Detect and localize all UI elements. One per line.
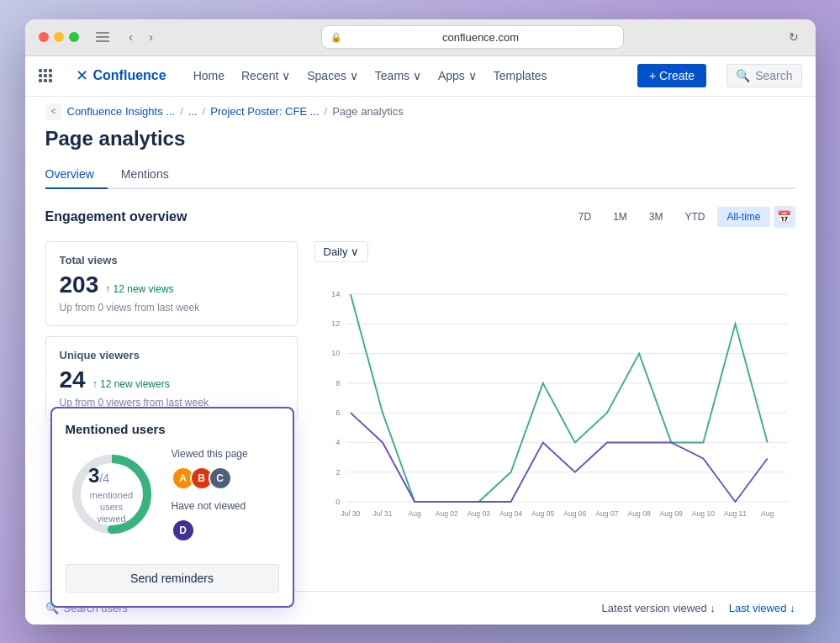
search-box[interactable]: 🔍 Search <box>726 64 801 87</box>
breadcrumb-sep-3: / <box>325 105 328 118</box>
sidebar-toggle-icon[interactable] <box>96 32 109 42</box>
address-text: confluence.com <box>347 31 615 44</box>
nav-arrows: ‹ › <box>123 29 160 45</box>
total-views-card: Total views 203 ↑ 12 new views Up from 0… <box>45 241 298 326</box>
breadcrumb-project-poster[interactable]: Project Poster: CFE ... <box>210 105 319 118</box>
browser-window: ‹ › 🔒 confluence.com ↻ ✕ Confluence Home… <box>25 19 816 625</box>
breadcrumb-sep-1: / <box>180 105 183 118</box>
back-button[interactable]: ‹ <box>123 29 140 45</box>
nav-teams[interactable]: Teams ∨ <box>368 66 428 86</box>
chevron-down-icon: ∨ <box>351 245 359 258</box>
search-icon: 🔍 <box>736 69 750 82</box>
main-area: Page analytics Overview Mentions Engagem… <box>25 127 816 625</box>
unique-viewers-label: Unique viewers <box>60 349 283 361</box>
svg-text:Aug 03: Aug 03 <box>467 509 489 518</box>
mentioned-users-card: Mentioned users <box>50 407 294 608</box>
lock-icon: 🔒 <box>330 32 342 43</box>
unique-viewers-change: ↑ 12 new viewers <box>92 378 170 390</box>
section-title: Engagement overview <box>45 209 188 224</box>
donut-denom: /4 <box>99 471 109 484</box>
svg-text:8: 8 <box>335 377 340 387</box>
svg-text:Aug 09: Aug 09 <box>659 509 682 518</box>
filter-7d[interactable]: 7D <box>569 207 600 227</box>
apps-grid-icon[interactable] <box>39 69 52 82</box>
calendar-icon[interactable]: 📅 <box>774 206 795 228</box>
chart-interval-selector[interactable]: Daily ∨ <box>314 241 369 262</box>
breadcrumb-confluence-insights[interactable]: Confluence Insights ... <box>67 105 176 118</box>
svg-text:Aug 08: Aug 08 <box>627 509 650 518</box>
svg-text:Aug 11: Aug 11 <box>723 509 746 518</box>
sort-options: Latest version viewed ↓ Last viewed ↓ <box>602 602 795 614</box>
total-views-subtext: Up from 0 views from last week <box>60 302 283 314</box>
total-views-label: Total views <box>60 254 283 266</box>
send-reminders-button[interactable]: Send reminders <box>66 564 279 593</box>
svg-text:12: 12 <box>330 319 340 328</box>
svg-text:14: 14 <box>330 288 340 298</box>
mentioned-users-title: Mentioned users <box>66 422 279 436</box>
svg-text:10: 10 <box>330 348 340 357</box>
total-views-value: 203 ↑ 12 new views <box>60 271 283 298</box>
donut-number: 3 /4 <box>88 463 135 487</box>
mentioned-users-body: 3 /4 mentionedusers viewed Viewed this p… <box>66 448 279 552</box>
svg-text:6: 6 <box>335 408 340 417</box>
breadcrumb-collapse-button[interactable]: < <box>45 103 62 120</box>
filter-1m[interactable]: 1M <box>604 207 637 227</box>
traffic-lights <box>39 32 79 42</box>
address-bar[interactable]: 🔒 confluence.com <box>321 25 624 49</box>
not-viewed-label: Have not viewed <box>172 500 279 512</box>
minimize-button[interactable] <box>54 32 64 42</box>
line-chart: 14 12 10 8 6 4 2 0 <box>314 272 795 524</box>
filter-3m[interactable]: 3M <box>640 207 673 227</box>
forward-button[interactable]: › <box>143 29 160 45</box>
breadcrumb-current: Page analytics <box>332 105 404 118</box>
close-button[interactable] <box>39 32 49 42</box>
breadcrumb: < Confluence Insights ... / ... / Projec… <box>25 97 816 127</box>
svg-text:Aug 02: Aug 02 <box>435 509 457 518</box>
svg-text:Aug 06: Aug 06 <box>563 509 586 518</box>
svg-text:Jul 31: Jul 31 <box>372 509 392 518</box>
right-panel: Daily ∨ <box>314 241 795 625</box>
viewer-info: Viewed this page A B C Have not viewed D <box>172 448 279 552</box>
tab-overview[interactable]: Overview <box>45 161 108 187</box>
time-filters: 7D 1M 3M YTD All-time 📅 <box>569 206 795 228</box>
chart-area: 14 12 10 8 6 4 2 0 <box>314 272 795 541</box>
filter-alltime[interactable]: All-time <box>717 207 769 227</box>
confluence-logo[interactable]: ✕ Confluence <box>76 66 166 85</box>
svg-text:0: 0 <box>335 496 340 505</box>
nav-templates[interactable]: Templates <box>487 66 554 86</box>
chart-header: Daily ∨ <box>314 241 795 262</box>
donut-chart: 3 /4 mentionedusers viewed <box>66 448 158 540</box>
nav-apps[interactable]: Apps ∨ <box>431 66 483 86</box>
nav-home[interactable]: Home <box>187 66 231 86</box>
viewed-label: Viewed this page <box>172 448 279 460</box>
total-views-change: ↑ 12 new views <box>105 283 173 295</box>
svg-text:Aug: Aug <box>761 509 774 518</box>
svg-text:Aug 05: Aug 05 <box>531 509 554 518</box>
nav-spaces[interactable]: Spaces ∨ <box>300 66 365 86</box>
create-button[interactable]: + Create <box>637 64 706 87</box>
donut-center: 3 /4 mentionedusers viewed <box>88 463 135 524</box>
unique-viewers-value: 24 ↑ 12 new viewers <box>60 366 283 393</box>
breadcrumb-sep-2: / <box>203 105 206 118</box>
avatar-4: D <box>172 519 195 542</box>
not-viewed-avatars: D <box>172 519 279 542</box>
svg-text:Aug 10: Aug 10 <box>691 509 714 518</box>
section-header: Engagement overview 7D 1M 3M YTD All-tim… <box>45 206 795 228</box>
last-viewed-sort[interactable]: Last viewed ↓ <box>729 602 795 614</box>
confluence-icon: ✕ <box>76 66 88 85</box>
breadcrumb-ellipsis[interactable]: ... <box>188 105 198 118</box>
tab-mentions[interactable]: Mentions <box>121 161 182 187</box>
nav-links: Home Recent ∨ Spaces ∨ Teams ∨ Apps ∨ Te… <box>187 66 617 86</box>
filter-ytd[interactable]: YTD <box>675 207 714 227</box>
page-title: Page analytics <box>45 127 795 150</box>
page-content: ✕ Confluence Home Recent ∨ Spaces ∨ Team… <box>25 56 816 625</box>
maximize-button[interactable] <box>69 32 79 42</box>
viewer-avatars: A B C <box>172 466 279 490</box>
svg-text:Jul 30: Jul 30 <box>341 509 360 518</box>
reload-button[interactable]: ↻ <box>785 29 802 45</box>
search-label: Search <box>755 69 792 82</box>
nav-recent[interactable]: Recent ∨ <box>235 66 297 86</box>
latest-version-sort[interactable]: Latest version viewed ↓ <box>602 602 716 614</box>
svg-text:Aug: Aug <box>408 509 420 518</box>
donut-label: mentionedusers viewed <box>88 488 135 524</box>
